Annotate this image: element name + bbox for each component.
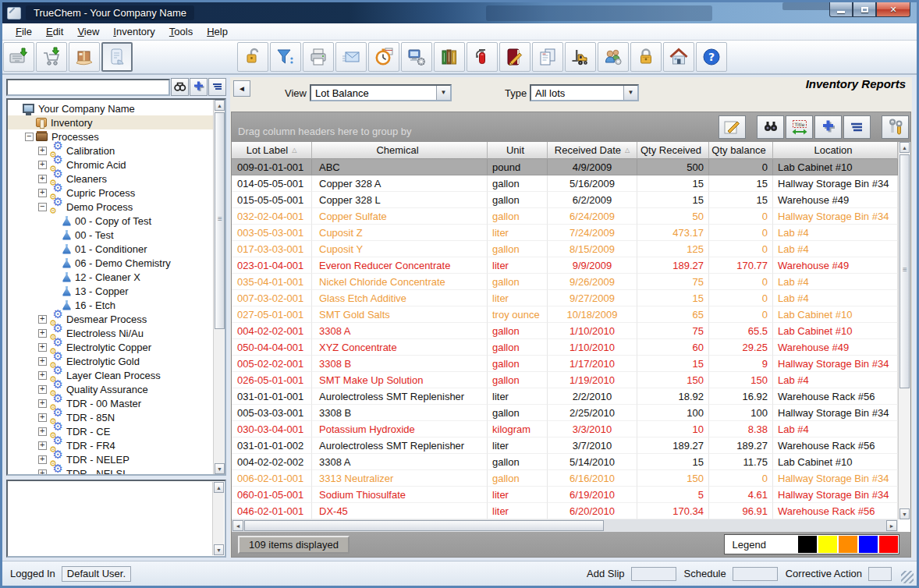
tree-item[interactable]: Inventory	[8, 115, 213, 129]
customize-tools-button[interactable]	[882, 115, 909, 139]
tree-expander[interactable]	[38, 343, 47, 352]
tree-expander[interactable]	[51, 259, 60, 267]
minimize-button[interactable]	[829, 2, 853, 17]
menu-item[interactable]: View	[70, 24, 106, 39]
tree-expander[interactable]	[38, 371, 47, 380]
tree-expander[interactable]	[38, 161, 47, 169]
security-lock-button[interactable]	[630, 42, 662, 72]
tree-item[interactable]: 00 - Test	[8, 228, 213, 242]
tree-item[interactable]: Electrolytic Copper	[8, 340, 213, 354]
table-row[interactable]: 007-03-02-001 Glass Etch Additive liter …	[232, 290, 898, 306]
table-row[interactable]: 023-01-04-001 Everon Reducer Concentrate…	[232, 257, 898, 274]
tree-item[interactable]: 12 - Cleaner X	[8, 270, 213, 284]
tree-expander[interactable]	[51, 287, 60, 296]
tree-item[interactable]: Cupric Process	[8, 186, 213, 200]
table-row[interactable]: 005-02-02-001 3308 B gallon 1/17/2010 15…	[232, 356, 898, 372]
tree-expander[interactable]	[38, 385, 47, 394]
tree-item[interactable]: Chromic Acid	[8, 158, 213, 172]
tree-item[interactable]: TDR - 85N	[8, 410, 213, 424]
type-dropdown[interactable]: All lots ▼	[530, 84, 639, 101]
column-header[interactable]: Received Date △	[548, 142, 637, 159]
tree-expander[interactable]	[38, 469, 47, 475]
table-row[interactable]: 030-03-04-001 Potassium Hydroxide kilogr…	[232, 421, 898, 437]
find-button[interactable]	[171, 78, 189, 96]
tree-expander[interactable]	[38, 399, 47, 408]
tree-item[interactable]: 00 - Copy of Test	[8, 214, 213, 228]
close-button[interactable]: ✕	[876, 2, 910, 17]
menu-item[interactable]: Inventory	[106, 24, 162, 39]
table-row[interactable]: 006-02-01-001 3313 Neutralizer gallon 6/…	[232, 470, 898, 487]
home-button[interactable]	[663, 42, 694, 72]
column-header[interactable]: Qty balance	[709, 142, 773, 159]
chevron-down-icon[interactable]: ▼	[436, 86, 450, 100]
print-button[interactable]	[303, 42, 334, 72]
table-row[interactable]: 032-02-04-001 Copper Sulfate gallon 6/24…	[232, 208, 898, 225]
column-header[interactable]: Chemical	[312, 142, 488, 159]
menu-item[interactable]: Tools	[162, 24, 200, 39]
table-row[interactable]: 060-01-05-001 Sodium Thiosulfate liter 6…	[232, 487, 898, 503]
tree-expander[interactable]	[38, 413, 47, 422]
list-scrollbar[interactable]: ▲ ▼	[212, 482, 224, 555]
maximize-button[interactable]	[853, 2, 876, 17]
tree-item[interactable]: Demo Process	[8, 200, 213, 214]
tree-item[interactable]: Your Company Name	[8, 101, 213, 115]
table-row[interactable]: 003-05-03-001 Cuposit Z liter 7/24/2009 …	[232, 225, 898, 241]
tree-expander[interactable]	[51, 273, 60, 282]
table-row[interactable]: 035-04-01-001 Nickel Chloride Concentrat…	[232, 274, 898, 290]
tree-item[interactable]: TDR - 00 Master	[8, 396, 213, 410]
tree-expander[interactable]	[12, 104, 20, 113]
scroll-up-icon[interactable]: ▲	[214, 482, 224, 493]
table-row[interactable]: 009-01-01-001 ABC pound 4/9/2009 500 0 L…	[232, 159, 898, 175]
column-header[interactable]: Lot Label △	[232, 142, 312, 159]
collapse-all-button[interactable]	[208, 78, 226, 96]
tree-expander[interactable]	[38, 357, 47, 366]
tree-expander[interactable]	[38, 329, 47, 338]
tree-expander[interactable]	[38, 175, 47, 183]
tree-expander[interactable]	[51, 231, 60, 239]
tree-expander[interactable]	[38, 427, 47, 436]
help-button[interactable]: ?	[696, 42, 727, 72]
table-row[interactable]: 014-05-05-001 Copper 328 A gallon 5/16/2…	[232, 175, 898, 192]
scroll-left-icon[interactable]: ◄	[232, 520, 243, 531]
send-button[interactable]	[335, 42, 367, 72]
table-row[interactable]: 031-01-01-002 Aurolectroless SMT Repleni…	[232, 437, 898, 454]
tree-item[interactable]: TDR - NELSL	[8, 466, 213, 474]
tree-expander[interactable]	[38, 315, 47, 324]
reports-button[interactable]	[532, 42, 563, 72]
table-row[interactable]: 004-02-02-002 3308 A gallon 5/14/2010 15…	[232, 454, 898, 470]
table-row[interactable]: 005-03-03-001 3308 B gallon 2/25/2010 10…	[232, 405, 898, 421]
tree-item[interactable]: Desmear Process	[8, 312, 213, 326]
expand-groups-button[interactable]	[814, 115, 842, 139]
table-row[interactable]: 031-01-01-001 Aurolectroless SMT Repleni…	[232, 388, 898, 405]
tree-item[interactable]: Calibration	[8, 143, 213, 158]
resize-grip[interactable]	[901, 571, 914, 583]
tree-item[interactable]: Layer Clean Process	[8, 368, 213, 382]
tree-item[interactable]: TDR - FR4	[8, 438, 213, 452]
table-row[interactable]: 027-05-01-001 SMT Gold Salts troy ounce …	[232, 306, 898, 323]
system-config-button[interactable]	[401, 42, 432, 72]
table-row[interactable]: 026-05-01-001 SMT Make Up Solution gallo…	[232, 372, 898, 388]
scroll-thumb[interactable]	[244, 520, 604, 531]
column-header[interactable]: Qty Received	[637, 142, 709, 159]
schedule-button[interactable]	[368, 42, 399, 72]
fit-column-width-button[interactable]: Title	[786, 115, 813, 139]
tree-expander[interactable]	[51, 217, 60, 225]
edit-note-button[interactable]	[719, 115, 746, 139]
tree-item[interactable]: 16 - Etch	[8, 298, 213, 312]
tree-expander[interactable]	[25, 119, 34, 127]
tree-item[interactable]: TDR - NELEP	[8, 452, 213, 466]
receive-package-button[interactable]	[69, 42, 100, 72]
column-header[interactable]: Location	[773, 142, 898, 159]
tree-item[interactable]: Electrolytic Gold	[8, 354, 213, 368]
add-button[interactable]	[190, 78, 208, 96]
tree-item[interactable]: TDR - CE	[8, 424, 213, 438]
scroll-up-icon[interactable]: ▲	[899, 142, 910, 153]
tree-item[interactable]: Processes	[8, 129, 213, 143]
scroll-down-icon[interactable]: ▼	[214, 544, 224, 555]
user-groups-button[interactable]	[598, 42, 629, 72]
tree-expander[interactable]	[38, 455, 47, 464]
library-button[interactable]	[434, 42, 465, 72]
scroll-thumb[interactable]	[215, 112, 225, 329]
scroll-right-icon[interactable]: ►	[886, 520, 897, 531]
scroll-down-icon[interactable]: ▼	[215, 463, 225, 474]
